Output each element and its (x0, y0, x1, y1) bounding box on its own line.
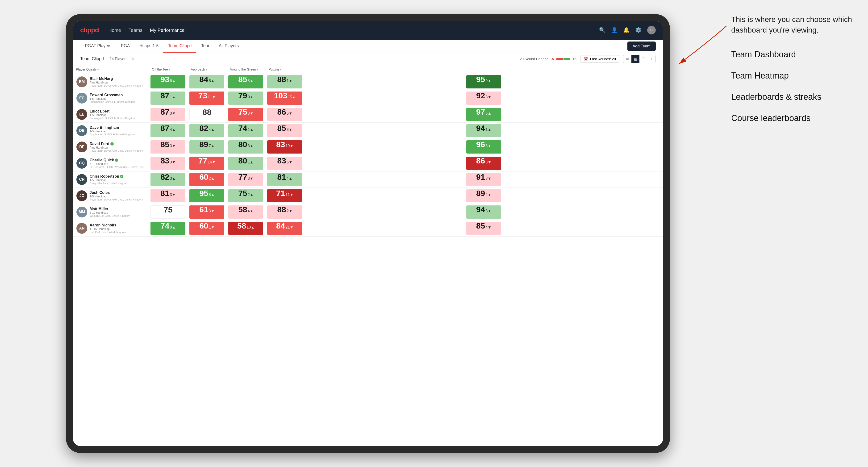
player-info: DB Dave Billingham 1-5 Handicap Gog Mago… (76, 125, 145, 136)
score-box: 103 15▲ (267, 92, 302, 105)
list-view-button[interactable]: ☰ (640, 55, 647, 63)
score-cell: 89 2▼ (304, 188, 663, 204)
grid-view-button[interactable]: ⊞ (623, 55, 631, 63)
settings-icon[interactable]: ⚙️ (635, 27, 642, 33)
table-row[interactable]: JC Josh Coles 1-5 Handicap Royal North D… (73, 188, 663, 204)
table-row[interactable]: BM Blair McHarg Plus Handicap Royal Nort… (73, 74, 663, 90)
player-info: AN Aaron Nicholls 11-15 Handicap Drift G… (76, 223, 145, 234)
tab-pgat-players[interactable]: PGAT Players (80, 40, 116, 53)
player-avatar: MM (76, 207, 87, 217)
player-cell: EC Edward Crossman 1-5 Handicap Sunningd… (73, 90, 149, 106)
col-header-off-tee[interactable]: Off the Tee ▾ (149, 65, 187, 74)
table-row[interactable]: EE Elliot Ebert 1-5 Handicap Sunningdale… (73, 106, 663, 123)
score-value: 81 (160, 189, 169, 197)
round-change-label: 20 Round Change (520, 57, 549, 61)
nav-home[interactable]: Home (108, 28, 121, 33)
table-row[interactable]: DB Dave Billingham 1-5 Handicap Gog Mago… (73, 123, 663, 139)
player-info: BM Blair McHarg Plus Handicap Royal Nort… (76, 76, 145, 87)
person-icon[interactable]: 👤 (611, 27, 618, 33)
table-row[interactable]: DF David Ford ✓ Plus Handicap Royal Nort… (73, 139, 663, 155)
score-cell: 84 6▲ (187, 74, 226, 90)
bell-icon[interactable]: 🔔 (623, 27, 629, 33)
table-row[interactable]: CR Chris Robertson ✓ 1-5 Handicap Craigm… (73, 172, 663, 188)
player-club: Craigmillar Park, United Kingdom (90, 182, 145, 185)
score-cell: 80 3▲ (226, 139, 266, 155)
score-cell: 87 4▲ (149, 123, 187, 139)
player-avatar: JC (76, 190, 87, 201)
player-info: EC Edward Crossman 1-5 Handicap Sunningd… (76, 93, 145, 103)
score-box: 80 1▲ (228, 157, 263, 170)
nav-my-performance[interactable]: My Performance (150, 28, 185, 33)
score-value: 88 (203, 108, 212, 116)
player-info: EE Elliot Ebert 1-5 Handicap Sunningdale… (76, 109, 145, 120)
player-club: Royal North Devon Golf Club, United King… (90, 198, 145, 201)
tab-team-clippd[interactable]: Team Clippd (163, 40, 196, 53)
player-info: CQ Charlie Quick ✓ 6-10 Handicap St. Geo… (76, 158, 145, 168)
table-row[interactable]: EC Edward Crossman 1-5 Handicap Sunningd… (73, 90, 663, 106)
player-club: St. George's Hill GC - Weybridge - Surre… (90, 165, 145, 168)
score-value: 85 (160, 140, 169, 148)
tab-all-players[interactable]: All Players (214, 40, 244, 53)
score-value: 83 (160, 157, 169, 165)
edit-icon[interactable]: ✎ (131, 57, 134, 61)
score-value: 88 (277, 75, 286, 83)
col-header-around-green[interactable]: Around the Green ▾ (226, 65, 266, 74)
verified-badge: ✓ (120, 175, 123, 178)
score-box: 88 2▼ (267, 206, 302, 219)
download-button[interactable]: ↓ (647, 55, 655, 63)
score-box: 85 8▲ (228, 75, 263, 88)
score-value: 74 (160, 222, 169, 230)
tab-hcaps[interactable]: Hcaps 1-5 (134, 40, 163, 53)
add-team-button[interactable]: Add Team (627, 41, 656, 51)
col-header-player[interactable]: Player Quality ▾ (73, 65, 149, 74)
score-value: 89 (199, 140, 208, 148)
player-info: DF David Ford ✓ Plus Handicap Royal Nort… (76, 142, 145, 152)
player-handicap: 11-15 Handicap (90, 227, 145, 231)
player-cell: AN Aaron Nicholls 11-15 Handicap Drift G… (73, 220, 149, 237)
player-avatar: CR (76, 174, 87, 185)
score-value: 88 (277, 206, 286, 214)
score-cell: 97 5▲ (304, 106, 663, 123)
score-cell: 60 1▼ (187, 220, 226, 237)
score-value: 82 (199, 124, 208, 132)
score-cell: 92 3▼ (304, 90, 663, 106)
score-box: 60 1▼ (189, 222, 224, 235)
score-box: 87 4▲ (151, 124, 185, 137)
score-value: 77 (238, 173, 247, 181)
table-row[interactable]: CQ Charlie Quick ✓ 6-10 Handicap St. Geo… (73, 155, 663, 172)
last-rounds-button[interactable]: 📅 Last Rounds: 20 (580, 55, 619, 63)
annotation-item: Leaderboards & streaks (731, 92, 854, 102)
score-box: 87 1▲ (151, 92, 185, 105)
player-handicap: 6-10 Handicap (90, 162, 145, 165)
score-value: 97 (476, 108, 485, 116)
score-box: 71 11▼ (267, 189, 302, 203)
score-cell: 95 9▲ (304, 74, 663, 90)
table-row[interactable]: AN Aaron Nicholls 11-15 Handicap Drift G… (73, 220, 663, 237)
table-view-button[interactable]: ▦ (631, 55, 640, 63)
score-box: 94 1▲ (466, 124, 501, 137)
col-header-approach[interactable]: Approach ▾ (187, 65, 226, 74)
score-value: 77 (198, 157, 207, 165)
logo: clippd (80, 26, 99, 34)
subnav: PGAT Players PGA Hcaps 1-5 Team Clippd T… (73, 40, 663, 53)
score-cell: 82 3▲ (149, 172, 187, 188)
player-club: Gog Magog Golf Club, United Kingdom (90, 133, 145, 136)
player-cell: DB Dave Billingham 1-5 Handicap Gog Mago… (73, 123, 149, 139)
nav-teams[interactable]: Teams (129, 28, 143, 33)
nav-items: Home Teams My Performance (108, 28, 599, 33)
score-cell: 87 1▲ (149, 90, 187, 106)
tab-tour[interactable]: Tour (196, 40, 214, 53)
col-header-putting[interactable]: Putting ▾ (266, 65, 304, 74)
change-minus: -5 (551, 57, 554, 61)
score-cell: 73 11▼ (187, 90, 226, 106)
tab-pga[interactable]: PGA (116, 40, 134, 53)
score-box: 81 3▼ (151, 189, 185, 203)
score-value: 84 (199, 75, 208, 83)
search-icon[interactable]: 🔍 (599, 27, 606, 33)
score-value: 93 (160, 75, 169, 83)
player-details: Elliot Ebert 1-5 Handicap Sunningdale Go… (90, 109, 145, 120)
avatar[interactable]: U (647, 26, 656, 34)
table-row[interactable]: MM Matt Miller 6-10 Handicap Woburn Golf… (73, 204, 663, 220)
score-box: 92 3▼ (466, 92, 501, 105)
score-box: 84 6▲ (189, 75, 224, 88)
